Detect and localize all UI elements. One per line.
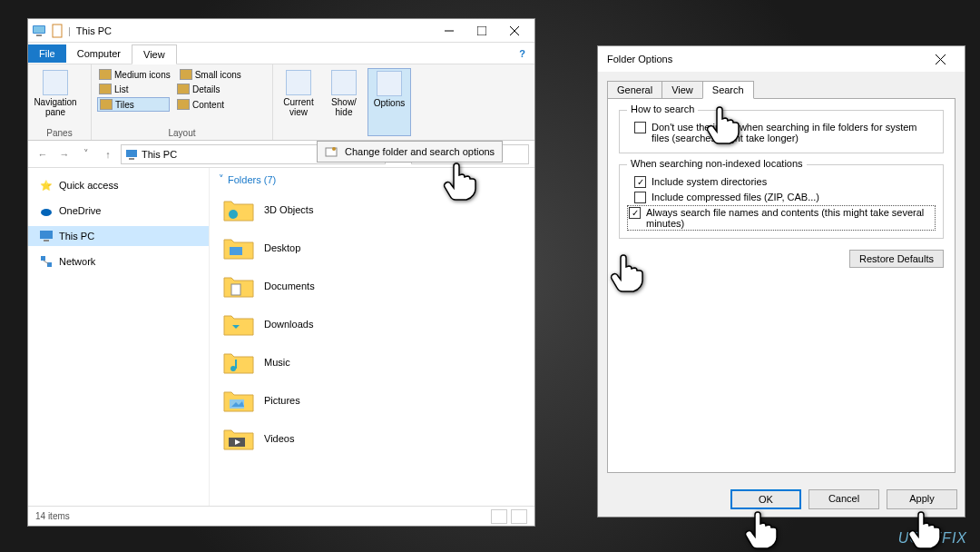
- large-icons-view-button[interactable]: [511, 509, 527, 524]
- folder-pictures[interactable]: Pictures: [219, 381, 525, 419]
- folder-icon: [222, 272, 255, 300]
- option-always-search-contents[interactable]: Always search file names and contents (t…: [627, 205, 936, 231]
- tab-search[interactable]: Search: [702, 81, 754, 99]
- tab-general[interactable]: General: [607, 81, 662, 99]
- help-icon[interactable]: ?: [519, 48, 525, 59]
- pc-icon: [32, 24, 46, 38]
- option-include-system-dirs[interactable]: Include system directories: [627, 174, 936, 190]
- minimize-button[interactable]: [433, 20, 466, 42]
- navpane-label: Navigation pane: [34, 97, 76, 117]
- navigation-pane-button[interactable]: Navigation pane: [34, 68, 77, 119]
- svg-point-9: [332, 147, 336, 151]
- folder-videos[interactable]: Videos: [219, 419, 525, 458]
- tab-computer[interactable]: Computer: [66, 44, 132, 63]
- navpane-icon: [43, 70, 68, 95]
- folder-documents[interactable]: Documents: [219, 267, 525, 305]
- up-button[interactable]: ↑: [99, 149, 117, 160]
- ok-button[interactable]: OK: [730, 489, 801, 509]
- pc-icon: [39, 229, 54, 243]
- star-icon: ⭐: [39, 178, 54, 192]
- folder-icon: [222, 349, 255, 376]
- checkbox-compressed[interactable]: [634, 192, 646, 203]
- explorer-window: | This PC File Computer View ? Navigatio…: [27, 18, 535, 527]
- change-folder-options-label: Change folder and search options: [345, 146, 495, 157]
- checkbox-always-search[interactable]: [629, 207, 641, 219]
- file-icon-small: [50, 24, 64, 38]
- content-area: ⭐Quick access OneDrive This PC Network ˅…: [28, 168, 534, 506]
- sidebar-network[interactable]: Network: [28, 251, 209, 271]
- current-view-button[interactable]: Current view: [277, 68, 320, 136]
- folder-icon: [222, 234, 255, 261]
- svg-rect-3: [53, 25, 62, 37]
- option-dont-use-index[interactable]: Don't use the index when searching in fi…: [627, 120, 936, 145]
- folder-music[interactable]: Music: [219, 343, 525, 381]
- close-button[interactable]: [498, 20, 531, 42]
- current-view-icon: [286, 70, 311, 95]
- apply-button[interactable]: Apply: [887, 489, 957, 509]
- forward-button[interactable]: →: [55, 149, 74, 160]
- checkbox-dont-use-index[interactable]: [634, 122, 646, 133]
- options-button[interactable]: Options: [368, 68, 411, 136]
- titlebar[interactable]: | This PC: [28, 19, 534, 43]
- ribbon-layout-group: Medium icons Small icons List Details Ti…: [92, 64, 273, 140]
- layout-medium-icons[interactable]: Medium icons: [97, 68, 172, 81]
- folders-section-header[interactable]: ˅Folders (7): [219, 173, 525, 185]
- checkbox-system-dirs[interactable]: [634, 176, 646, 188]
- recent-dropdown[interactable]: ˅: [77, 148, 95, 160]
- sidebar-quick-access[interactable]: ⭐Quick access: [28, 175, 209, 195]
- svg-rect-11: [129, 158, 134, 160]
- small-icons-icon: [180, 69, 192, 80]
- show-hide-icon: [331, 70, 357, 95]
- chevron-down-icon: ˅: [219, 173, 224, 185]
- folder-icon: [222, 387, 255, 414]
- sidebar-onedrive[interactable]: OneDrive: [28, 201, 209, 221]
- options-dropdown[interactable]: Change folder and search options: [317, 141, 503, 163]
- svg-point-12: [41, 209, 52, 216]
- layout-details[interactable]: Details: [175, 83, 248, 95]
- folder-desktop[interactable]: Desktop: [219, 229, 525, 267]
- watermark: UGETFIX: [898, 530, 967, 547]
- tab-view[interactable]: View: [662, 81, 703, 99]
- search-tab-panel: How to search Don't use the index when s…: [607, 98, 956, 473]
- non-indexed-group: When searching non-indexed locations Inc…: [619, 164, 944, 239]
- how-to-search-title: How to search: [627, 104, 698, 114]
- dialog-titlebar[interactable]: Folder Options: [598, 46, 965, 72]
- restore-defaults-button[interactable]: Restore Defaults: [849, 250, 944, 268]
- pc-icon-small: [125, 148, 138, 161]
- network-icon: [39, 254, 54, 269]
- back-button[interactable]: ←: [34, 149, 52, 160]
- window-title: This PC: [71, 25, 433, 36]
- folder-downloads[interactable]: Downloads: [219, 305, 525, 343]
- folder-3d-objects[interactable]: 3D Objects: [219, 191, 525, 229]
- cloud-icon: [39, 203, 54, 218]
- ribbon: Navigation pane Panes Medium icons Small…: [28, 64, 534, 141]
- medium-icons-icon: [99, 69, 112, 80]
- sidebar-this-pc[interactable]: This PC: [28, 226, 209, 246]
- ribbon-view-group: Current view Show/ hide Options: [273, 64, 415, 140]
- layout-tiles[interactable]: Tiles: [97, 97, 170, 112]
- layout-group-label: Layout: [97, 128, 267, 138]
- layout-small-icons[interactable]: Small icons: [178, 68, 250, 81]
- dialog-tabs: General View Search: [607, 81, 956, 99]
- dialog-close-button[interactable]: [925, 48, 956, 70]
- svg-rect-20: [231, 284, 240, 295]
- item-count: 14 items: [35, 511, 70, 521]
- layout-content[interactable]: Content: [175, 97, 248, 112]
- folder-icon: [222, 310, 255, 338]
- cancel-button[interactable]: Cancel: [808, 489, 879, 509]
- details-view-button[interactable]: [491, 509, 507, 524]
- tab-file[interactable]: File: [28, 44, 66, 63]
- sidebar: ⭐Quick access OneDrive This PC Network: [28, 168, 210, 506]
- layout-list[interactable]: List: [97, 83, 170, 95]
- list-icon: [99, 84, 112, 94]
- folder-icon: [222, 425, 255, 452]
- folder-icon: [222, 196, 255, 223]
- show-hide-button[interactable]: Show/ hide: [322, 68, 366, 136]
- tab-view[interactable]: View: [132, 44, 177, 64]
- panes-group-label: Panes: [34, 128, 85, 138]
- breadcrumb[interactable]: This PC: [142, 149, 177, 160]
- option-include-compressed[interactable]: Include compressed files (ZIP, CAB...): [627, 190, 936, 205]
- maximize-button[interactable]: [466, 20, 498, 42]
- dialog-buttons: OK Cancel Apply: [598, 482, 965, 517]
- svg-rect-1: [34, 26, 44, 33]
